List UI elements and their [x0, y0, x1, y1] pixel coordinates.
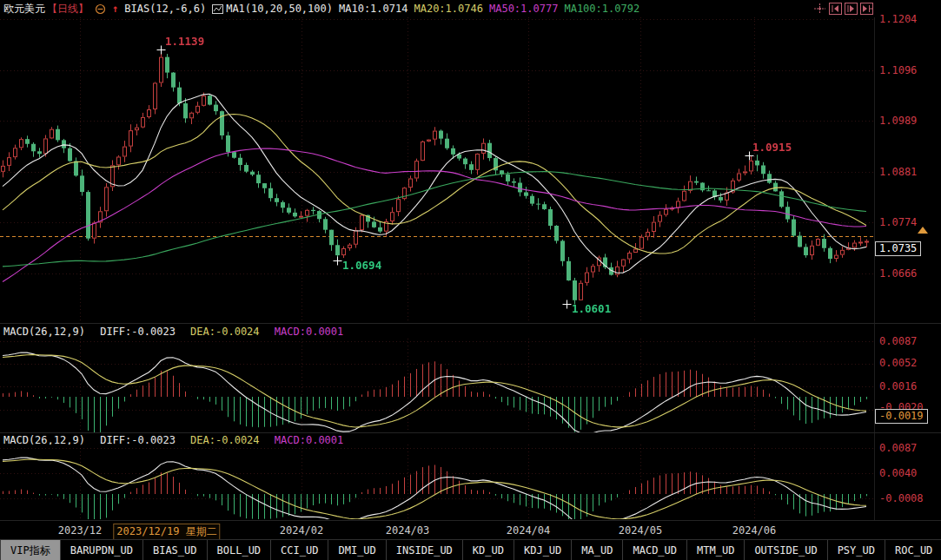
macd-value-tag: -0.0019 — [875, 409, 928, 424]
macd-value: MACD:0.0001 — [275, 326, 343, 338]
ma10-value: MA10:1.0714 — [339, 3, 408, 15]
jump-latest-icon[interactable] — [860, 2, 873, 14]
diff-value: DIFF:-0.0023 — [100, 326, 176, 338]
time-label: 2024/05 — [619, 524, 663, 537]
y-axis-label: 1.1204 — [879, 13, 917, 25]
low-annotation: 1.0601 — [572, 302, 611, 315]
symbol-title: 欧元美元 — [3, 2, 45, 16]
circle-minus-icon[interactable] — [95, 3, 106, 15]
axis-divider — [874, 17, 875, 521]
time-label: 2024/06 — [732, 524, 777, 537]
tab-roc[interactable]: ROC_UD — [885, 540, 941, 560]
trading-app-window: 欧元美元 【日线】 ↑ BIAS(12,-6,6) MA1(10,20,50,1… — [0, 0, 941, 560]
y-axis-label: 0.0016 — [879, 380, 917, 392]
macd2-chart[interactable] — [0, 445, 874, 519]
scroll-right-icon[interactable] — [845, 2, 858, 14]
dea-value: DEA:-0.0024 — [190, 326, 259, 338]
period-label: 【日线】 — [47, 2, 89, 16]
tab-outside[interactable]: OUTSIDE_UD — [745, 540, 827, 560]
tab-mtm[interactable]: MTM_UD — [687, 540, 745, 560]
ma20-value: MA20:1.0746 — [414, 3, 482, 15]
time-label: 2023/12 — [58, 524, 103, 537]
y-axis-label: 0.0052 — [879, 357, 917, 369]
bias-label[interactable]: BIAS(12,-6,6) — [124, 3, 206, 15]
tab-psy[interactable]: PSY_UD — [828, 540, 885, 560]
chart-header: 欧元美元 【日线】 ↑ BIAS(12,-6,6) MA1(10,20,50,1… — [0, 0, 941, 17]
time-axis: 2023/12 2023/12/19 星期二 2024/02 2024/03 2… — [0, 522, 941, 538]
ma100-value: MA100:1.0792 — [564, 3, 639, 15]
y-axis-label: 0.0087 — [879, 335, 917, 347]
tab-barupdn[interactable]: BARUPDN_UD — [61, 540, 143, 560]
y-axis-label: 1.0774 — [879, 216, 917, 228]
tab-inside[interactable]: INSIDE_UD — [387, 540, 463, 560]
current-price-tag: 1.0735 — [875, 241, 921, 256]
time-label: 2024/03 — [386, 524, 430, 537]
y-axis-label: -0.0008 — [879, 492, 924, 504]
y-axis-label: 1.0989 — [879, 115, 917, 127]
chart-toolbar — [813, 2, 873, 14]
tab-kd[interactable]: KD_UD — [463, 540, 514, 560]
price-up-triangle-icon — [918, 227, 928, 234]
low-annotation: 1.0694 — [342, 259, 381, 272]
tab-dmi[interactable]: DMI_UD — [328, 540, 386, 560]
y-axis-label: 0.0087 — [879, 442, 917, 454]
selected-date-label: 2023/12/19 星期二 — [113, 524, 220, 540]
tab-ma[interactable]: MA_UD — [572, 540, 623, 560]
time-label: 2024/04 — [507, 524, 551, 537]
y-axis-label: 1.1096 — [879, 64, 917, 76]
scroll-left-icon[interactable] — [829, 2, 842, 14]
high-annotation: 1.1139 — [165, 35, 204, 48]
macd1-chart[interactable] — [0, 339, 874, 432]
crosshair-icon[interactable] — [813, 2, 826, 14]
tab-vip-indicators[interactable]: VIP指标 — [1, 540, 61, 560]
indicator-chart-icon[interactable] — [212, 3, 223, 15]
panel-divider — [0, 520, 941, 521]
ma-group-label[interactable]: MA1(10,20,50,100) — [226, 3, 333, 15]
tab-boll[interactable]: BOLL_UD — [208, 540, 272, 560]
high-annotation: 1.0915 — [752, 141, 792, 154]
macd-name[interactable]: MACD(26,12,9) — [3, 326, 85, 338]
time-label: 2024/02 — [280, 524, 324, 537]
panel-divider — [0, 432, 941, 433]
tab-cci[interactable]: CCI_UD — [271, 540, 328, 560]
indicator-tab-bar: VIP指标 BARUPDN_UD BIAS_UD BOLL_UD CCI_UD … — [0, 539, 941, 560]
macd1-header: MACD(26,12,9) DIFF:-0.0023 DEA:-0.0024 M… — [3, 326, 352, 338]
y-axis-label: 0.0040 — [879, 467, 917, 479]
y-axis-label: 1.0881 — [879, 166, 917, 178]
tab-bias[interactable]: BIAS_UD — [143, 540, 208, 560]
y-axis-label: 1.0666 — [879, 267, 917, 280]
tab-kdj[interactable]: KDJ_UD — [514, 540, 572, 560]
panel-divider — [0, 323, 941, 324]
tab-macd[interactable]: MACD_UD — [623, 540, 687, 560]
main-candlestick-chart[interactable] — [0, 17, 874, 323]
up-arrow-icon: ↑ — [112, 3, 118, 15]
ma50-value: MA50:1.0777 — [489, 3, 558, 15]
